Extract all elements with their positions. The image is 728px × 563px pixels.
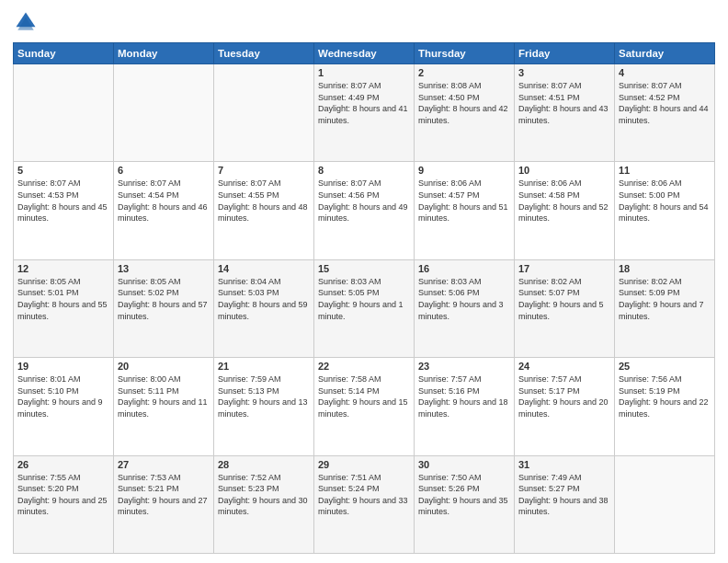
calendar-cell: 19Sunrise: 8:01 AM Sunset: 5:10 PM Dayli… [14, 358, 114, 455]
day-number: 5 [17, 165, 109, 176]
day-info: Sunrise: 7:49 AM Sunset: 5:27 PM Dayligh… [518, 472, 610, 518]
day-number: 25 [619, 361, 711, 372]
day-number: 22 [318, 361, 410, 372]
calendar-week-row: 19Sunrise: 8:01 AM Sunset: 5:10 PM Dayli… [14, 358, 715, 455]
calendar-table: SundayMondayTuesdayWednesdayThursdayFrid… [13, 42, 715, 554]
calendar-cell [14, 64, 114, 162]
day-info: Sunrise: 8:07 AM Sunset: 4:56 PM Dayligh… [318, 178, 410, 224]
day-number: 8 [318, 165, 410, 176]
day-info: Sunrise: 7:50 AM Sunset: 5:26 PM Dayligh… [418, 472, 510, 518]
day-number: 4 [619, 67, 711, 78]
day-info: Sunrise: 8:03 AM Sunset: 5:06 PM Dayligh… [418, 276, 510, 322]
day-number: 1 [318, 67, 410, 78]
day-info: Sunrise: 7:57 AM Sunset: 5:17 PM Dayligh… [518, 373, 610, 419]
day-info: Sunrise: 8:03 AM Sunset: 5:05 PM Dayligh… [318, 276, 410, 322]
calendar-cell: 20Sunrise: 8:00 AM Sunset: 5:11 PM Dayli… [114, 358, 214, 455]
day-info: Sunrise: 8:02 AM Sunset: 5:07 PM Dayligh… [518, 276, 610, 322]
day-number: 24 [518, 361, 610, 372]
calendar-cell: 1Sunrise: 8:07 AM Sunset: 4:49 PM Daylig… [314, 64, 415, 162]
day-info: Sunrise: 8:07 AM Sunset: 4:49 PM Dayligh… [318, 80, 410, 126]
calendar-cell: 9Sunrise: 8:06 AM Sunset: 4:57 PM Daylig… [415, 162, 515, 259]
page: SundayMondayTuesdayWednesdayThursdayFrid… [0, 0, 728, 563]
day-info: Sunrise: 8:07 AM Sunset: 4:54 PM Dayligh… [118, 178, 210, 224]
calendar-cell: 21Sunrise: 7:59 AM Sunset: 5:13 PM Dayli… [214, 358, 314, 455]
calendar-cell [114, 64, 214, 162]
day-number: 9 [418, 165, 510, 176]
day-info: Sunrise: 8:04 AM Sunset: 5:03 PM Dayligh… [218, 276, 310, 322]
day-info: Sunrise: 7:59 AM Sunset: 5:13 PM Dayligh… [218, 373, 310, 419]
day-info: Sunrise: 7:57 AM Sunset: 5:16 PM Dayligh… [418, 373, 510, 419]
calendar-cell: 10Sunrise: 8:06 AM Sunset: 4:58 PM Dayli… [515, 162, 615, 259]
day-header-thursday: Thursday [415, 43, 515, 64]
day-header-sunday: Sunday [14, 43, 114, 64]
day-info: Sunrise: 8:06 AM Sunset: 4:57 PM Dayligh… [418, 178, 510, 224]
header [13, 9, 715, 35]
day-number: 17 [518, 263, 610, 274]
calendar-week-row: 12Sunrise: 8:05 AM Sunset: 5:01 PM Dayli… [14, 259, 715, 357]
day-header-wednesday: Wednesday [314, 43, 415, 64]
day-number: 10 [518, 165, 610, 176]
day-info: Sunrise: 8:02 AM Sunset: 5:09 PM Dayligh… [619, 276, 711, 322]
calendar-cell: 23Sunrise: 7:57 AM Sunset: 5:16 PM Dayli… [415, 358, 515, 455]
calendar-cell [214, 64, 314, 162]
calendar-cell: 16Sunrise: 8:03 AM Sunset: 5:06 PM Dayli… [415, 259, 515, 357]
day-number: 31 [518, 459, 610, 470]
day-number: 28 [218, 459, 310, 470]
calendar-cell: 24Sunrise: 7:57 AM Sunset: 5:17 PM Dayli… [515, 358, 615, 455]
day-info: Sunrise: 8:08 AM Sunset: 4:50 PM Dayligh… [418, 80, 510, 126]
day-number: 18 [619, 263, 711, 274]
calendar-cell: 7Sunrise: 8:07 AM Sunset: 4:55 PM Daylig… [214, 162, 314, 259]
calendar-week-row: 26Sunrise: 7:55 AM Sunset: 5:20 PM Dayli… [14, 455, 715, 553]
calendar-cell [615, 455, 715, 553]
day-number: 6 [118, 165, 210, 176]
day-number: 13 [118, 263, 210, 274]
calendar-cell: 14Sunrise: 8:04 AM Sunset: 5:03 PM Dayli… [214, 259, 314, 357]
day-header-monday: Monday [114, 43, 214, 64]
calendar-cell: 26Sunrise: 7:55 AM Sunset: 5:20 PM Dayli… [14, 455, 114, 553]
day-info: Sunrise: 7:56 AM Sunset: 5:19 PM Dayligh… [619, 373, 711, 419]
calendar-cell: 25Sunrise: 7:56 AM Sunset: 5:19 PM Dayli… [615, 358, 715, 455]
calendar-cell: 17Sunrise: 8:02 AM Sunset: 5:07 PM Dayli… [515, 259, 615, 357]
calendar-cell: 27Sunrise: 7:53 AM Sunset: 5:21 PM Dayli… [114, 455, 214, 553]
day-number: 12 [17, 263, 109, 274]
calendar-cell: 13Sunrise: 8:05 AM Sunset: 5:02 PM Dayli… [114, 259, 214, 357]
day-info: Sunrise: 7:58 AM Sunset: 5:14 PM Dayligh… [318, 373, 410, 419]
day-info: Sunrise: 8:07 AM Sunset: 4:52 PM Dayligh… [619, 80, 711, 126]
calendar-cell: 8Sunrise: 8:07 AM Sunset: 4:56 PM Daylig… [314, 162, 415, 259]
calendar-cell: 28Sunrise: 7:52 AM Sunset: 5:23 PM Dayli… [214, 455, 314, 553]
calendar-cell: 22Sunrise: 7:58 AM Sunset: 5:14 PM Dayli… [314, 358, 415, 455]
day-header-saturday: Saturday [615, 43, 715, 64]
calendar-cell: 30Sunrise: 7:50 AM Sunset: 5:26 PM Dayli… [415, 455, 515, 553]
logo-icon [13, 9, 39, 35]
logo [13, 9, 42, 35]
day-info: Sunrise: 8:00 AM Sunset: 5:11 PM Dayligh… [118, 373, 210, 419]
day-info: Sunrise: 8:01 AM Sunset: 5:10 PM Dayligh… [17, 373, 109, 419]
day-number: 26 [17, 459, 109, 470]
day-number: 2 [418, 67, 510, 78]
calendar-header-row: SundayMondayTuesdayWednesdayThursdayFrid… [14, 43, 715, 64]
day-number: 29 [318, 459, 410, 470]
day-info: Sunrise: 8:05 AM Sunset: 5:01 PM Dayligh… [17, 276, 109, 322]
day-number: 30 [418, 459, 510, 470]
calendar-week-row: 5Sunrise: 8:07 AM Sunset: 4:53 PM Daylig… [14, 162, 715, 259]
calendar-week-row: 1Sunrise: 8:07 AM Sunset: 4:49 PM Daylig… [14, 64, 715, 162]
day-info: Sunrise: 8:05 AM Sunset: 5:02 PM Dayligh… [118, 276, 210, 322]
calendar-cell: 15Sunrise: 8:03 AM Sunset: 5:05 PM Dayli… [314, 259, 415, 357]
day-info: Sunrise: 7:51 AM Sunset: 5:24 PM Dayligh… [318, 472, 410, 518]
day-info: Sunrise: 7:53 AM Sunset: 5:21 PM Dayligh… [118, 472, 210, 518]
day-number: 27 [118, 459, 210, 470]
calendar-cell: 3Sunrise: 8:07 AM Sunset: 4:51 PM Daylig… [515, 64, 615, 162]
day-number: 3 [518, 67, 610, 78]
calendar-cell: 31Sunrise: 7:49 AM Sunset: 5:27 PM Dayli… [515, 455, 615, 553]
day-number: 11 [619, 165, 711, 176]
day-number: 15 [318, 263, 410, 274]
day-number: 16 [418, 263, 510, 274]
day-info: Sunrise: 7:52 AM Sunset: 5:23 PM Dayligh… [218, 472, 310, 518]
day-header-tuesday: Tuesday [214, 43, 314, 64]
day-number: 14 [218, 263, 310, 274]
calendar-cell: 2Sunrise: 8:08 AM Sunset: 4:50 PM Daylig… [415, 64, 515, 162]
day-info: Sunrise: 7:55 AM Sunset: 5:20 PM Dayligh… [17, 472, 109, 518]
day-number: 23 [418, 361, 510, 372]
day-info: Sunrise: 8:06 AM Sunset: 4:58 PM Dayligh… [518, 178, 610, 224]
calendar-cell: 29Sunrise: 7:51 AM Sunset: 5:24 PM Dayli… [314, 455, 415, 553]
